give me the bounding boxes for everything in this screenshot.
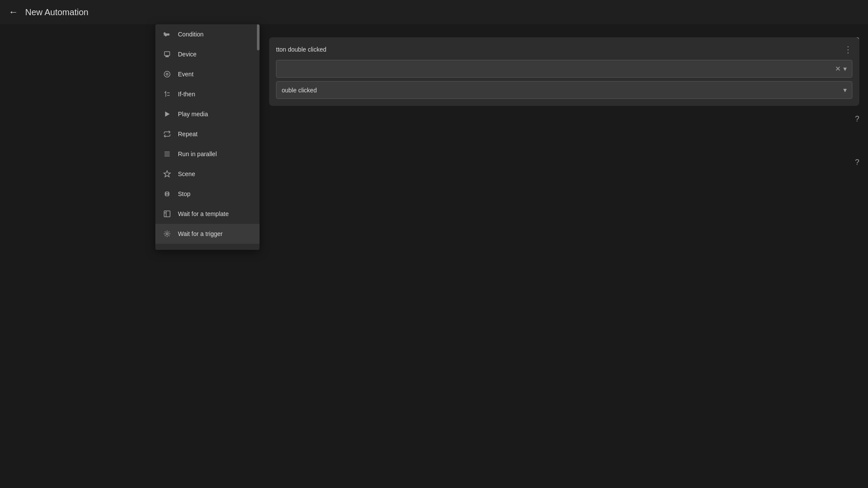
svg-text:%=: %= xyxy=(164,32,170,37)
trigger-card-header: tton double clicked ⋮ xyxy=(276,44,852,55)
menu-item-label-wait-template: Wait for a template xyxy=(178,210,229,217)
action-dropdown-menu: %= Condition Device xyxy=(155,24,260,250)
menu-item-condition[interactable]: %= Condition xyxy=(155,24,260,44)
menu-item-label-wait-trigger: Wait for a trigger xyxy=(178,230,223,237)
scene-icon xyxy=(162,170,172,178)
section2: ? xyxy=(269,115,859,132)
svg-point-3 xyxy=(164,71,170,77)
menu-item-play-media[interactable]: Play media xyxy=(155,104,260,124)
dropdown-value-2: ouble clicked xyxy=(282,87,317,94)
menu-item-scene[interactable]: Scene xyxy=(155,164,260,184)
device-icon xyxy=(162,50,172,58)
menu-item-label-repeat: Repeat xyxy=(178,131,197,138)
svg-point-4 xyxy=(166,73,168,75)
menu-list: %= Condition Device xyxy=(155,24,260,250)
svg-marker-5 xyxy=(165,111,170,117)
menu-item-label-condition: Condition xyxy=(178,31,204,38)
menu-item-label-event: Event xyxy=(178,71,194,78)
more-options-button[interactable]: ⋮ xyxy=(844,44,852,55)
menu-item-label-stop: Stop xyxy=(178,190,191,197)
dropdown-field-1[interactable]: ✕ ▾ xyxy=(276,60,852,78)
if-then-icon xyxy=(162,90,172,98)
trigger-text: tton double clicked xyxy=(276,46,326,53)
play-media-icon xyxy=(162,110,172,118)
menu-item-wait-trigger[interactable]: Wait for a trigger xyxy=(155,224,260,244)
svg-rect-2 xyxy=(166,56,168,57)
menu-item-if-then[interactable]: If-then xyxy=(155,84,260,104)
menu-item-stop[interactable]: Stop xyxy=(155,184,260,204)
help-icon-section3[interactable]: ? xyxy=(855,158,859,167)
help-icon-section2[interactable]: ? xyxy=(855,115,859,124)
repeat-icon xyxy=(162,130,172,138)
clear-icon[interactable]: ✕ xyxy=(835,65,841,73)
condition-icon: %= xyxy=(162,30,172,38)
menu-item-label-if-then: If-then xyxy=(178,91,195,98)
menu-item-label-device: Device xyxy=(178,51,197,58)
trigger-icon xyxy=(162,230,172,238)
dropdown-row: ✕ ▾ xyxy=(276,60,852,78)
menu-item-label-scene: Scene xyxy=(178,170,195,177)
parallel-icon xyxy=(162,150,172,158)
menu-item-device[interactable]: Device xyxy=(155,44,260,64)
dropdown-arrow-2: ▾ xyxy=(843,86,847,94)
template-icon xyxy=(162,210,172,218)
scrollbar-thumb[interactable] xyxy=(257,24,260,50)
right-panel: ? tton double clicked ⋮ ✕ ▾ ouble clicke… xyxy=(260,24,868,488)
back-button[interactable]: ← xyxy=(9,7,18,18)
menu-item-run-parallel[interactable]: Run in parallel xyxy=(155,144,260,164)
menu-item-event[interactable]: Event xyxy=(155,64,260,84)
svg-point-13 xyxy=(166,233,168,235)
svg-rect-10 xyxy=(164,211,170,217)
svg-rect-1 xyxy=(164,52,170,56)
dropdown-field-2[interactable]: ouble clicked ▾ xyxy=(276,81,852,99)
stop-icon xyxy=(162,190,172,198)
menu-item-wait-time[interactable]: Wait for time to pass (delay) xyxy=(155,244,260,250)
event-icon xyxy=(162,70,172,78)
menu-item-repeat[interactable]: Repeat xyxy=(155,124,260,144)
menu-item-label-play-media: Play media xyxy=(178,111,208,118)
menu-item-label-run-parallel: Run in parallel xyxy=(178,151,217,157)
trigger-card-1: tton double clicked ⋮ ✕ ▾ ouble clicked … xyxy=(269,37,859,106)
svg-marker-9 xyxy=(164,171,171,177)
menu-item-wait-template[interactable]: Wait for a template xyxy=(155,204,260,224)
dropdown-arrow: ▾ xyxy=(843,65,847,73)
top-bar: ← New Automation xyxy=(0,0,868,24)
main-content: ? tton double clicked ⋮ ✕ ▾ ouble clicke… xyxy=(0,24,868,488)
page-title: New Automation xyxy=(25,7,89,17)
